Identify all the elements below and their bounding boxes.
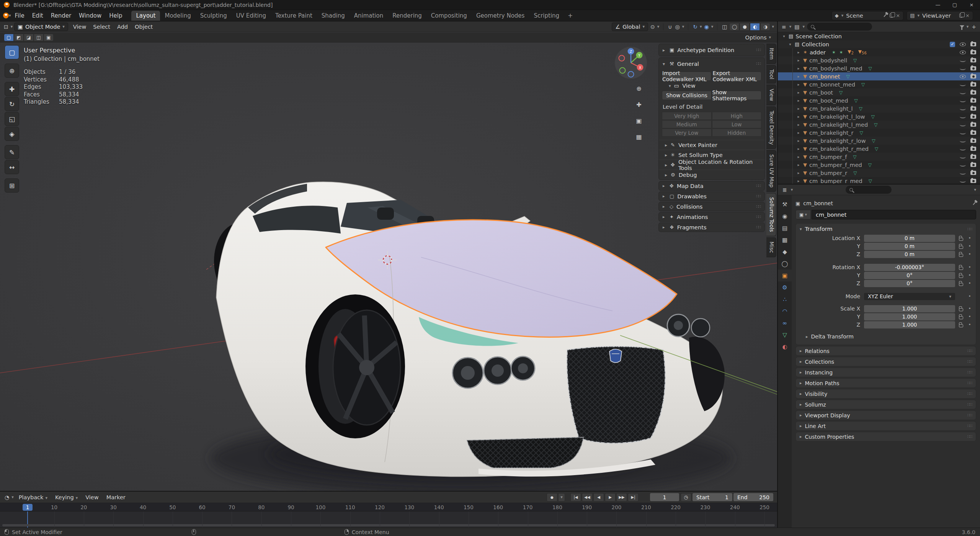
property-value-field[interactable]: 1.000 <box>864 313 955 320</box>
outliner-row-cm-brakelight-r[interactable]: ▸▼cm_brakelight_r▽ <box>778 129 980 137</box>
workspace-tab-rendering[interactable]: Rendering <box>388 11 426 21</box>
current-frame-field[interactable]: 1 <box>650 493 679 501</box>
panel-line-art[interactable]: ▸Line Art∷∷ <box>795 421 976 431</box>
animate-dot-icon[interactable]: • <box>967 294 973 299</box>
workspace-tab-geometry-nodes[interactable]: Geometry Nodes <box>472 11 529 21</box>
display-mode-icon[interactable]: ▤ <box>794 24 800 30</box>
menubar-menu-help[interactable]: Help <box>105 11 126 21</box>
lod-button-medium[interactable]: Medium <box>662 120 712 128</box>
remove-view-layer-icon[interactable]: × <box>965 13 970 18</box>
rotate-tool[interactable]: ↻ <box>5 97 19 111</box>
menubar-menu-file[interactable]: File <box>11 11 28 21</box>
property-value-field[interactable]: 0 m <box>864 243 955 250</box>
camera-visibility-icon[interactable] <box>970 163 976 167</box>
play-reverse-button[interactable]: ◀ <box>593 493 604 502</box>
camera-visibility-icon[interactable] <box>970 82 976 87</box>
maximize-button[interactable]: ▢ <box>946 0 963 10</box>
export-codewalker-button[interactable]: Export Codewalker XML <box>712 72 762 81</box>
animate-dot-icon[interactable]: • <box>967 235 973 241</box>
transform-orientation-dropdown[interactable]: ∠ Global ▾ <box>612 23 648 31</box>
outliner-row-cm-bodyshell[interactable]: ▸▼cm_bodyshell▽ <box>778 56 980 64</box>
particles-tab[interactable]: ∴ <box>778 293 792 305</box>
physics-tab[interactable]: ◠ <box>778 305 792 317</box>
minimize-button[interactable]: — <box>929 0 946 10</box>
checkbox-icon[interactable]: ✓ <box>950 42 955 47</box>
eye-closed-icon[interactable] <box>960 163 966 167</box>
auto-keying-dropdown[interactable]: ▾ <box>558 493 565 502</box>
editor-type-icon[interactable]: ≡ <box>781 24 787 30</box>
lock-button[interactable] <box>955 314 967 319</box>
eye-closed-icon[interactable] <box>960 59 966 62</box>
drag-grip-icon[interactable]: ∷∷ <box>967 402 972 407</box>
prev-keyframe-button[interactable]: ◀◀ <box>582 493 593 502</box>
outliner-row-cm-bonnet[interactable]: ▸▼cm_bonnet▽ <box>778 72 980 80</box>
view-layer-selector[interactable]: ▤ ▾ ViewLayer × <box>906 11 973 20</box>
eye-closed-icon[interactable] <box>960 131 966 134</box>
outliner-row-scene-collection[interactable]: ▾▤Scene Collection <box>778 32 980 40</box>
show-shattermaps-button[interactable]: Show Shattermaps <box>712 91 762 100</box>
object-name-field[interactable]: cm_bonnet <box>812 210 976 219</box>
outliner-row-cm-boot-med[interactable]: ▸▼cm_boot_med▽ <box>778 96 980 105</box>
viewport-menu-select[interactable]: Select <box>90 23 114 31</box>
panel-collisions[interactable]: ▸◇Collisions∷∷ <box>658 202 765 211</box>
camera-visibility-icon[interactable] <box>970 171 976 175</box>
add-workspace-button[interactable]: + <box>564 12 577 19</box>
drag-grip-icon[interactable]: ∷∷ <box>756 47 761 52</box>
eye-closed-icon[interactable] <box>960 179 966 183</box>
camera-visibility-icon[interactable] <box>970 66 976 70</box>
camera-visibility-icon[interactable] <box>970 106 976 111</box>
snap-magnet-icon[interactable]: ∪ <box>667 24 673 30</box>
eye-open-icon[interactable] <box>960 51 966 54</box>
panel-viewport-display[interactable]: ▸Viewport Display∷∷ <box>795 410 976 420</box>
outliner-row-cm-brakelight-l[interactable]: ▸▼cm_brakelight_l▽ <box>778 105 980 113</box>
property-value-field[interactable]: 0 m <box>864 251 955 258</box>
shading-wireframe-button[interactable]: ◯ <box>729 23 739 31</box>
rotation-mode-dropdown[interactable]: XYZ Euler ▾ <box>864 293 955 300</box>
scale-tool[interactable]: ◱ <box>5 112 19 126</box>
camera-visibility-icon[interactable] <box>970 58 976 62</box>
panel-drawables[interactable]: ▸▢Drawables∷∷ <box>658 191 765 201</box>
drag-grip-icon[interactable]: ∷∷ <box>967 359 972 364</box>
drag-grip-icon[interactable]: ∷∷ <box>756 194 761 199</box>
axis-x-neg-handle[interactable] <box>619 56 625 61</box>
lod-button-very-high[interactable]: Very High <box>662 112 712 120</box>
axis-y-neg-handle[interactable] <box>620 68 626 74</box>
lod-button-high[interactable]: High <box>712 112 762 120</box>
animate-dot-icon[interactable]: • <box>967 314 973 319</box>
outliner-row-cm-bonnet-med[interactable]: ▸▼cm_bonnet_med▽ <box>778 80 980 88</box>
animate-dot-icon[interactable]: • <box>967 306 973 311</box>
timeline-menu-view[interactable]: View <box>82 493 102 502</box>
eye-closed-icon[interactable] <box>960 147 966 150</box>
navigation-gizmo[interactable]: X Y Z <box>615 47 647 79</box>
import-codewalker-button[interactable]: Import Codewalker XML <box>662 72 711 81</box>
camera-view-button[interactable]: ▣ <box>633 115 645 126</box>
jump-start-button[interactable]: |◀ <box>570 493 581 502</box>
axis-z-neg-handle[interactable] <box>628 72 634 77</box>
constraints-tab[interactable]: ∞ <box>778 317 792 329</box>
transform-tool[interactable]: ◈ <box>5 127 19 141</box>
options-dropdown[interactable]: Options ▾ <box>745 34 773 41</box>
editor-type-icon[interactable]: ≣ <box>782 187 788 193</box>
scene-tab[interactable]: ◆ <box>778 246 792 258</box>
property-value-field[interactable]: 0 m <box>864 235 955 242</box>
xray-toggle-icon[interactable]: ◫ <box>721 24 728 30</box>
object-id-dropdown[interactable]: ▣ ▾ <box>795 210 811 219</box>
outliner-row-collection[interactable]: ▾▤Collection✓ <box>778 40 980 48</box>
workspace-tab-layout[interactable]: Layout <box>131 11 160 21</box>
pin-icon[interactable] <box>884 14 887 17</box>
car-model[interactable] <box>214 182 725 477</box>
outliner-row-cm-brakelight-l-med[interactable]: ▸▼cm_brakelight_l_med▽ <box>778 121 980 129</box>
select-mode-invert[interactable]: ◫ <box>34 34 44 41</box>
workspace-tab-texture-paint[interactable]: Texture Paint <box>271 11 317 21</box>
drag-grip-icon[interactable]: ∷∷ <box>756 61 761 66</box>
timeline-ruler[interactable]: 1 10203040506070809010011012013014015016… <box>0 503 777 511</box>
viewport-menu-view[interactable]: View <box>70 23 90 31</box>
animate-dot-icon[interactable]: • <box>967 252 973 257</box>
sidebar-tab-sollumz-tools[interactable]: Sollumz Tools <box>766 193 776 236</box>
panel-visibility[interactable]: ▸Visibility∷∷ <box>795 389 976 399</box>
timeline-menu-keying[interactable]: Keying▾ <box>52 493 81 502</box>
outliner-row-cm-bodyshell-med[interactable]: ▸▼cm_bodyshell_med▽ <box>778 64 980 72</box>
outliner-row-adder[interactable]: ▸✶adder✶✶▼2▼56 <box>778 48 980 56</box>
panel-map-data[interactable]: ▸✥Map Data∷∷ <box>658 181 765 191</box>
timeline-menu-marker[interactable]: Marker <box>103 493 129 502</box>
